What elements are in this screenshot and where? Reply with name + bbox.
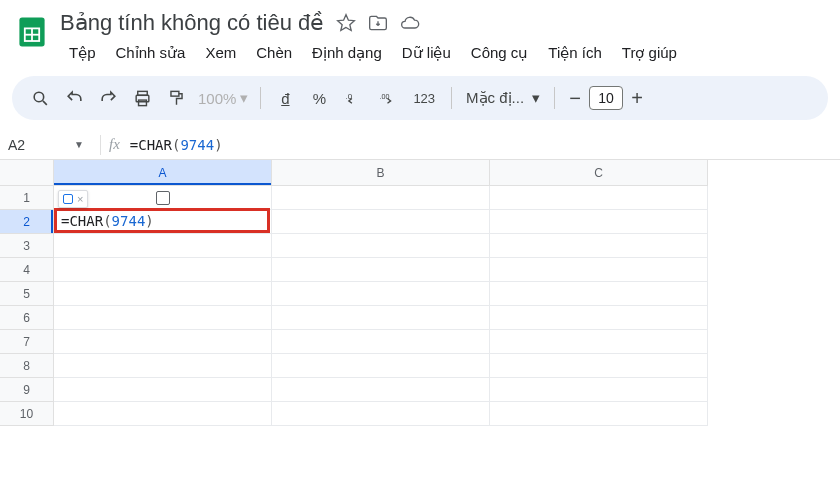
select-all-corner[interactable]: [0, 160, 54, 186]
formula-bar: A2 ▼ fx =CHAR(9744): [0, 130, 840, 160]
cell-A10[interactable]: [54, 402, 272, 426]
checkbox-icon: [156, 191, 170, 205]
cell-A3[interactable]: [54, 234, 272, 258]
row-header-10[interactable]: 10: [0, 402, 54, 426]
column-header-A[interactable]: A: [54, 160, 272, 186]
cell-C3[interactable]: [490, 234, 708, 258]
sheets-logo[interactable]: [12, 12, 52, 52]
column-header-B[interactable]: B: [272, 160, 490, 186]
formula-preview-popup: ×: [58, 190, 88, 208]
svg-rect-9: [170, 91, 178, 96]
print-icon[interactable]: [126, 82, 158, 114]
font-name-label: Mặc đị...: [466, 89, 524, 107]
chevron-down-icon: ▾: [532, 89, 540, 107]
cell-A5[interactable]: [54, 282, 272, 306]
cell-C5[interactable]: [490, 282, 708, 306]
move-icon[interactable]: [368, 13, 388, 33]
cell-editor[interactable]: =CHAR(9744): [54, 208, 270, 233]
row-header-8[interactable]: 8: [0, 354, 54, 378]
cell-B5[interactable]: [272, 282, 490, 306]
row-header-3[interactable]: 3: [0, 234, 54, 258]
cell-reference: A2: [8, 137, 25, 153]
percent-button[interactable]: %: [303, 82, 335, 114]
more-formats-button[interactable]: 123: [405, 82, 443, 114]
menu-help[interactable]: Trợ giúp: [613, 40, 686, 66]
cell-A4[interactable]: [54, 258, 272, 282]
decrease-decimal-icon[interactable]: .0: [337, 82, 369, 114]
close-icon[interactable]: ×: [77, 193, 83, 205]
formula-input[interactable]: =CHAR(9744): [130, 137, 223, 153]
undo-icon[interactable]: [58, 82, 90, 114]
cell-C8[interactable]: [490, 354, 708, 378]
cell-B7[interactable]: [272, 330, 490, 354]
row-header-2[interactable]: 2: [0, 210, 54, 234]
menu-file[interactable]: Tệp: [60, 40, 105, 66]
cell-A9[interactable]: [54, 378, 272, 402]
chevron-down-icon: ▾: [240, 89, 248, 107]
cell-B1[interactable]: [272, 186, 490, 210]
cell-C4[interactable]: [490, 258, 708, 282]
row-header-9[interactable]: 9: [0, 378, 54, 402]
font-family-select[interactable]: Mặc đị...▾: [460, 89, 546, 107]
row-header-4[interactable]: 4: [0, 258, 54, 282]
zoom-select[interactable]: 100%▾: [194, 89, 252, 107]
separator: [451, 87, 452, 109]
increase-decimal-icon[interactable]: .00: [371, 82, 403, 114]
cell-C10[interactable]: [490, 402, 708, 426]
row-header-5[interactable]: 5: [0, 282, 54, 306]
checkbox-preview-icon: [63, 194, 73, 204]
cell-B3[interactable]: [272, 234, 490, 258]
cell-A6[interactable]: [54, 306, 272, 330]
cell-C6[interactable]: [490, 306, 708, 330]
chevron-down-icon: ▼: [74, 139, 84, 150]
menu-format[interactable]: Định dạng: [303, 40, 391, 66]
cell-C2[interactable]: [490, 210, 708, 234]
cell-B8[interactable]: [272, 354, 490, 378]
cell-C1[interactable]: [490, 186, 708, 210]
spreadsheet-grid[interactable]: ABC 12345678910 =CHAR(9744)×: [0, 160, 840, 480]
separator: [260, 87, 261, 109]
redo-icon[interactable]: [92, 82, 124, 114]
column-header-C[interactable]: C: [490, 160, 708, 186]
paint-format-icon[interactable]: [160, 82, 192, 114]
row-header-6[interactable]: 6: [0, 306, 54, 330]
cell-A8[interactable]: [54, 354, 272, 378]
star-icon[interactable]: [336, 13, 356, 33]
menu-edit[interactable]: Chỉnh sửa: [107, 40, 195, 66]
cell-C7[interactable]: [490, 330, 708, 354]
row-header-7[interactable]: 7: [0, 330, 54, 354]
menu-data[interactable]: Dữ liệu: [393, 40, 460, 66]
cell-B2[interactable]: [272, 210, 490, 234]
cell-B10[interactable]: [272, 402, 490, 426]
search-icon[interactable]: [24, 82, 56, 114]
toolbar: 100%▾ đ % .0 .00 123 Mặc đị...▾ − 10 +: [12, 76, 828, 120]
document-title[interactable]: Bảng tính không có tiêu đề: [60, 10, 324, 36]
svg-rect-8: [138, 100, 146, 106]
menu-extensions[interactable]: Tiện ích: [539, 40, 610, 66]
menu-insert[interactable]: Chèn: [247, 40, 301, 66]
separator: [100, 135, 101, 155]
name-box[interactable]: A2 ▼: [8, 137, 92, 153]
cell-B9[interactable]: [272, 378, 490, 402]
svg-line-5: [42, 100, 46, 104]
fx-icon[interactable]: fx: [109, 136, 120, 153]
cloud-status-icon[interactable]: [400, 13, 420, 33]
separator: [554, 87, 555, 109]
row-header-1[interactable]: 1: [0, 186, 54, 210]
font-size-input[interactable]: 10: [589, 86, 623, 110]
menu-view[interactable]: Xem: [196, 40, 245, 66]
menu-tools[interactable]: Công cụ: [462, 40, 538, 66]
currency-button[interactable]: đ: [269, 82, 301, 114]
cell-B4[interactable]: [272, 258, 490, 282]
menu-bar: Tệp Chỉnh sửa Xem Chèn Định dạng Dữ liệu…: [60, 40, 828, 66]
zoom-value: 100%: [198, 90, 236, 107]
cell-B6[interactable]: [272, 306, 490, 330]
increase-font-size-button[interactable]: +: [625, 87, 649, 110]
cell-C9[interactable]: [490, 378, 708, 402]
svg-point-4: [34, 92, 44, 102]
cell-A7[interactable]: [54, 330, 272, 354]
decrease-font-size-button[interactable]: −: [563, 87, 587, 110]
